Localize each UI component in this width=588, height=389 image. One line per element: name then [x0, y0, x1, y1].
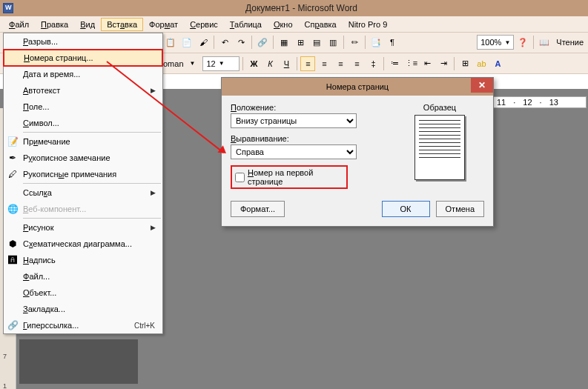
font-color-icon[interactable]: A	[490, 56, 505, 71]
font-dropdown-arrow[interactable]: ▼	[190, 60, 196, 67]
menu-item-reference[interactable]: Ссылка▶	[4, 184, 162, 201]
ink-icon: ✒	[4, 150, 22, 166]
dialog-title: Номера страниц	[326, 82, 389, 91]
show-marks-icon[interactable]: ¶	[385, 35, 400, 50]
textbox-icon: 🅰	[4, 252, 22, 268]
help-icon[interactable]: ❓	[515, 35, 530, 50]
menu-item-ink-notes[interactable]: 🖊Рукописные примечания	[4, 166, 162, 182]
doc-map-icon[interactable]: 📑	[369, 35, 383, 50]
menu-item-page-numbers[interactable]: Номера страниц...	[3, 49, 163, 67]
separator	[343, 36, 344, 49]
separator	[214, 36, 214, 49]
columns-icon[interactable]: ▥	[326, 35, 340, 50]
menu-table[interactable]: Таблица	[224, 18, 268, 31]
paste-icon[interactable]: 📋	[163, 35, 178, 50]
dialog-titlebar[interactable]: Номера страниц ✕	[222, 78, 493, 96]
menu-item-object[interactable]: Объект...	[4, 285, 162, 301]
menu-item-comment[interactable]: 📝Примечание	[4, 133, 162, 150]
bold-icon[interactable]: Ж	[246, 56, 261, 71]
separator	[251, 36, 252, 49]
separator	[454, 57, 455, 70]
menu-help[interactable]: Справка	[299, 18, 343, 31]
underline-icon[interactable]: Ч	[279, 56, 294, 71]
first-page-checkbox[interactable]	[235, 173, 245, 182]
menu-item-break[interactable]: Разрыв...	[4, 33, 162, 50]
menu-window[interactable]: Окно	[268, 18, 299, 31]
line-spacing-icon[interactable]: ‡	[366, 56, 380, 71]
menu-tools[interactable]: Сервис	[184, 18, 224, 31]
separator	[242, 57, 243, 70]
menu-item-textbox[interactable]: 🅰Надпись	[4, 252, 162, 268]
borders-icon[interactable]: ⊞	[457, 56, 472, 71]
table-icon[interactable]: ▦	[277, 35, 291, 50]
titlebar: Документ1 - Microsoft Word	[0, 0, 588, 16]
bullets-icon[interactable]: ⋮≡	[403, 56, 418, 71]
align-right-icon[interactable]: ≡	[333, 56, 348, 71]
menu-nitro[interactable]: Nitro Pro 9	[343, 18, 394, 31]
separator	[273, 36, 274, 49]
hyperlink-icon: 🔗	[4, 317, 22, 333]
separator	[297, 57, 297, 70]
menu-item-symbol[interactable]: Символ...	[4, 115, 162, 131]
italic-icon[interactable]: К	[262, 56, 277, 71]
menu-item-bookmark[interactable]: Закладка...	[4, 301, 162, 317]
menu-item-diagram[interactable]: ⬢Схематическая диаграмма...	[4, 236, 162, 252]
link-icon[interactable]: 🔗	[255, 35, 270, 50]
separator	[533, 36, 534, 49]
reading-label[interactable]: Чтение	[553, 38, 587, 47]
separator	[365, 36, 366, 49]
menu-separator	[23, 132, 161, 133]
menu-item-datetime[interactable]: Дата и время...	[4, 66, 162, 82]
menu-separator	[23, 183, 161, 184]
numbering-icon[interactable]: ≔	[387, 56, 402, 71]
align-select[interactable]: Справа	[231, 144, 357, 159]
menu-item-picture[interactable]: Рисунок▶	[4, 219, 162, 236]
ink-note-icon: 🖊	[4, 166, 22, 182]
page-corner	[19, 339, 138, 384]
first-page-checkbox-label: Номер на первой странице	[248, 168, 343, 186]
diagram-icon: ⬢	[4, 236, 22, 252]
menu-format[interactable]: Формат	[143, 18, 184, 31]
preview-thumbnail	[414, 115, 465, 180]
align-justify-icon[interactable]: ≡	[349, 56, 364, 71]
menu-separator	[23, 218, 161, 219]
web-icon: 🌐	[4, 201, 22, 217]
undo-icon[interactable]: ↶	[217, 35, 232, 50]
format-button[interactable]: Формат...	[231, 201, 285, 217]
ok-button[interactable]: ОК	[382, 201, 430, 217]
first-page-checkbox-row[interactable]: Номер на первой странице	[231, 165, 348, 189]
insert-table-icon[interactable]: ⊞	[293, 35, 308, 50]
position-label: Положение:	[231, 103, 395, 112]
copy-icon[interactable]: 📄	[179, 35, 194, 50]
menu-view[interactable]: Вид	[74, 18, 101, 31]
comment-icon: 📝	[4, 133, 22, 150]
outdent-icon[interactable]: ⇤	[420, 56, 435, 71]
drawing-icon[interactable]: ✏	[347, 35, 362, 50]
indent-icon[interactable]: ⇥	[436, 56, 451, 71]
menu-insert[interactable]: Вставка	[101, 18, 143, 31]
menu-item-ink[interactable]: ✒Рукописное замечание	[4, 150, 162, 166]
reading-icon[interactable]: 📖	[537, 35, 552, 50]
menu-edit[interactable]: Правка	[35, 18, 74, 31]
zoom-combo[interactable]: 100%▼	[477, 35, 514, 50]
preview-label: Образец	[395, 103, 484, 112]
highlight-icon[interactable]: ab	[474, 56, 489, 71]
dialog-close-button[interactable]: ✕	[471, 78, 493, 93]
menu-item-file[interactable]: Файл...	[4, 268, 162, 285]
align-left-icon[interactable]: ≡	[300, 56, 315, 71]
word-app-icon	[3, 3, 13, 13]
menu-item-hyperlink[interactable]: 🔗Гиперссылка...Ctrl+K	[4, 317, 162, 333]
font-size-combo[interactable]: 12▼	[202, 56, 240, 71]
redo-icon[interactable]: ↷	[234, 35, 248, 50]
brush-icon[interactable]: 🖌	[196, 35, 211, 50]
menu-file[interactable]: Файл	[3, 18, 35, 31]
font-name-fragment: oman	[163, 59, 184, 68]
position-select[interactable]: Внизу страницы	[231, 113, 357, 128]
excel-icon[interactable]: ▤	[309, 35, 324, 50]
cancel-button[interactable]: Отмена	[436, 201, 484, 217]
align-center-icon[interactable]: ≡	[317, 56, 331, 71]
menu-item-web-component: 🌐Веб-компонент...	[4, 201, 162, 217]
page-numbers-dialog: Номера страниц ✕ Положение: Внизу страни…	[221, 77, 494, 227]
menu-item-field[interactable]: Поле...	[4, 99, 162, 115]
menubar: Файл Правка Вид Вставка Формат Сервис Та…	[0, 16, 588, 33]
